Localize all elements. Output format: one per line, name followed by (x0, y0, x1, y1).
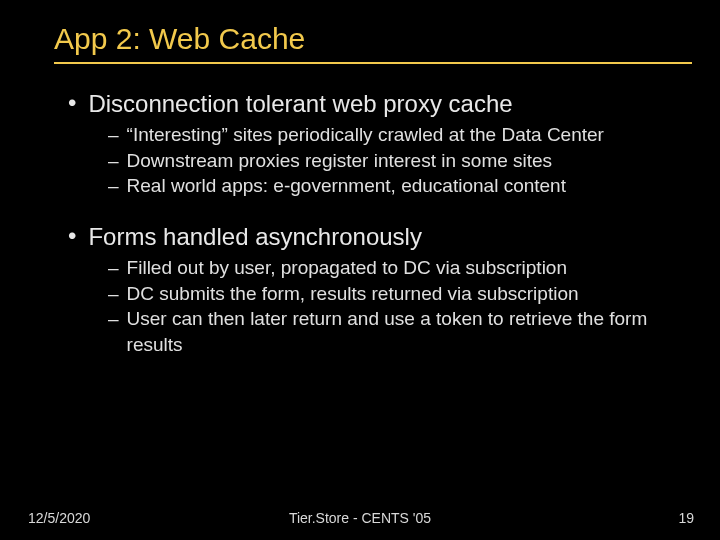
dash-icon: – (108, 255, 119, 281)
sub-item: – DC submits the form, results returned … (108, 281, 680, 307)
footer-page-number: 19 (678, 510, 694, 526)
sub-list: – “Interesting” sites periodically crawl… (108, 122, 680, 199)
slide: App 2: Web Cache • Disconnection toleran… (0, 0, 720, 540)
dash-icon: – (108, 148, 119, 174)
slide-content: • Disconnection tolerant web proxy cache… (0, 64, 720, 357)
bullet-dot-icon: • (68, 223, 76, 249)
bullet-dot-icon: • (68, 90, 76, 116)
sub-item-text: Real world apps: e-government, education… (127, 173, 680, 199)
bullet-item: • Disconnection tolerant web proxy cache (68, 90, 680, 118)
bullet-item: • Forms handled asynchronously (68, 223, 680, 251)
sub-list: – Filled out by user, propagated to DC v… (108, 255, 680, 358)
sub-item-text: “Interesting” sites periodically crawled… (127, 122, 680, 148)
dash-icon: – (108, 281, 119, 307)
sub-item: – Filled out by user, propagated to DC v… (108, 255, 680, 281)
slide-title: App 2: Web Cache (0, 0, 720, 62)
sub-item: – “Interesting” sites periodically crawl… (108, 122, 680, 148)
dash-icon: – (108, 306, 119, 332)
dash-icon: – (108, 122, 119, 148)
slide-footer: 12/5/2020 Tier.Store - CENTS '05 19 (0, 510, 720, 526)
sub-item-text: Filled out by user, propagated to DC via… (127, 255, 680, 281)
sub-item-text: Downstream proxies register interest in … (127, 148, 680, 174)
footer-title: Tier.Store - CENTS '05 (289, 510, 431, 526)
sub-item-text: User can then later return and use a tok… (127, 306, 680, 357)
footer-date: 12/5/2020 (28, 510, 90, 526)
bullet-text: Forms handled asynchronously (88, 223, 422, 251)
bullet-text: Disconnection tolerant web proxy cache (88, 90, 512, 118)
sub-item: – Real world apps: e-government, educati… (108, 173, 680, 199)
dash-icon: – (108, 173, 119, 199)
sub-item: – User can then later return and use a t… (108, 306, 680, 357)
sub-item: – Downstream proxies register interest i… (108, 148, 680, 174)
sub-item-text: DC submits the form, results returned vi… (127, 281, 680, 307)
